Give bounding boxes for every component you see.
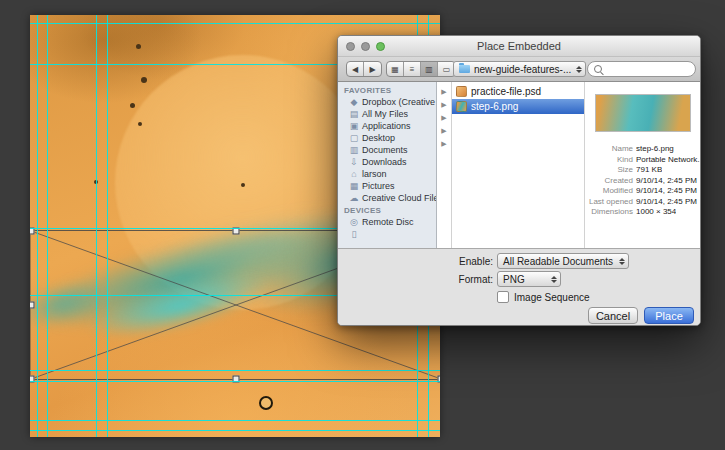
png-file-icon xyxy=(456,101,467,112)
sidebar-item-remote-disc[interactable]: ◎Remote Disc xyxy=(338,216,436,228)
sidebar-item-label: Remote Disc xyxy=(362,217,414,227)
folder-path-label: new-guide-features-... xyxy=(474,64,571,75)
sidebar-item-dropbox[interactable]: ◆Dropbox (Creative Cl... xyxy=(338,96,436,108)
enable-value: All Readable Documents xyxy=(503,256,613,267)
paint-spot xyxy=(141,77,147,83)
device-icon: ▯ xyxy=(349,229,359,239)
guide-horizontal[interactable] xyxy=(30,430,440,431)
sidebar-item-label: Documents xyxy=(362,145,408,155)
sidebar-item-documents[interactable]: ▥Documents xyxy=(338,144,436,156)
place-button[interactable]: Place xyxy=(644,307,694,324)
paint-spot xyxy=(241,183,245,187)
file-list-column: practice-file.psd step-6.png xyxy=(452,82,585,248)
transform-handle[interactable] xyxy=(30,302,35,309)
info-label: Modified xyxy=(585,186,636,197)
previous-column-strip: ▶ ▶ ▶ ▶ ▶ xyxy=(437,82,452,248)
desktop-icon: ▢ xyxy=(349,133,359,143)
icon-view-button[interactable]: ▦ xyxy=(387,62,404,76)
format-value: PNG xyxy=(503,274,525,285)
guide-horizontal[interactable] xyxy=(30,370,440,371)
favorites-header: FAVORITES xyxy=(338,84,436,96)
popup-arrows-icon xyxy=(614,258,625,265)
remote-disc-icon: ◎ xyxy=(349,217,359,227)
paint-spot xyxy=(136,44,141,49)
file-row-step-6[interactable]: step-6.png xyxy=(452,99,584,114)
enable-dropdown[interactable]: All Readable Documents xyxy=(497,253,629,269)
format-dropdown[interactable]: PNG xyxy=(497,271,561,287)
paint-spot xyxy=(138,122,142,126)
sidebar-item-label: Desktop xyxy=(362,133,395,143)
image-sequence-checkbox[interactable] xyxy=(497,291,509,303)
folder-icon xyxy=(459,65,470,73)
guide-horizontal[interactable] xyxy=(30,23,440,24)
sidebar-item-device[interactable]: ▯ xyxy=(338,228,436,240)
info-value: Portable Network... xyxy=(636,155,700,166)
devices-header: DEVICES xyxy=(338,204,436,216)
sidebar-item-label: Pictures xyxy=(362,181,395,191)
sidebar-item-home[interactable]: ⌂larson xyxy=(338,168,436,180)
dialog-toolbar: ◀ ▶ ▦ ≡ ▥ ▭ new-guide-features-... xyxy=(338,57,700,82)
guide-vertical[interactable] xyxy=(96,15,97,437)
sidebar-item-downloads[interactable]: ⇩Downloads xyxy=(338,156,436,168)
folder-path-dropdown[interactable]: new-guide-features-... xyxy=(453,61,586,77)
chevron-right-icon[interactable]: ▶ xyxy=(437,111,451,124)
cancel-button[interactable]: Cancel xyxy=(588,307,638,324)
enable-label: Enable: xyxy=(338,256,493,267)
guide-vertical[interactable] xyxy=(37,15,38,437)
paint-spot xyxy=(130,103,135,108)
guide-vertical[interactable] xyxy=(107,15,108,437)
place-embedded-dialog: Place Embedded ◀ ▶ ▦ ≡ ▥ ▭ new-guide-fea… xyxy=(337,35,701,326)
info-label: Name xyxy=(585,144,636,155)
chevron-right-icon[interactable]: ▶ xyxy=(437,85,451,98)
all-my-files-icon: ▤ xyxy=(349,109,359,119)
sidebar-item-label: Dropbox (Creative Cl... xyxy=(362,97,436,107)
sidebar-item-label: Downloads xyxy=(362,157,407,167)
file-name: step-6.png xyxy=(471,101,518,112)
applications-icon: ▣ xyxy=(349,121,359,131)
file-preview-thumbnail xyxy=(595,94,691,132)
chevron-right-icon[interactable]: ▶ xyxy=(437,124,451,137)
file-row-practice-file[interactable]: practice-file.psd xyxy=(452,84,584,99)
downloads-icon: ⇩ xyxy=(349,157,359,167)
column-view-button[interactable]: ▥ xyxy=(421,62,438,76)
sidebar-item-desktop[interactable]: ▢Desktop xyxy=(338,132,436,144)
options-panel: Enable: All Readable Documents Format: P… xyxy=(338,248,700,305)
info-label: Size xyxy=(585,165,636,176)
dialog-buttonbar: Cancel Place xyxy=(338,304,700,326)
guide-horizontal[interactable] xyxy=(30,381,440,382)
popup-arrows-icon xyxy=(546,276,557,283)
info-value: 9/10/14, 2:45 PM xyxy=(636,197,697,208)
chevron-right-icon[interactable]: ▶ xyxy=(437,98,451,111)
forward-button[interactable]: ▶ xyxy=(364,62,381,76)
popup-arrows-icon xyxy=(571,66,582,73)
guide-horizontal[interactable] xyxy=(30,420,440,421)
back-button[interactable]: ◀ xyxy=(347,62,364,76)
dialog-titlebar[interactable]: Place Embedded xyxy=(338,36,700,57)
psd-file-icon xyxy=(456,86,467,97)
file-browser: FAVORITES ◆Dropbox (Creative Cl... ▤All … xyxy=(338,82,700,248)
sidebar-item-pictures[interactable]: ▦Pictures xyxy=(338,180,436,192)
dropbox-icon: ◆ xyxy=(349,97,359,107)
info-value: 9/10/14, 2:45 PM xyxy=(636,176,697,187)
search-field[interactable] xyxy=(587,61,696,77)
list-view-button[interactable]: ≡ xyxy=(404,62,421,76)
format-label: Format: xyxy=(338,274,493,285)
view-mode-control: ▦ ≡ ▥ ▭ xyxy=(386,61,456,77)
guide-vertical[interactable] xyxy=(47,15,48,437)
sidebar-item-creative-cloud[interactable]: ☁Creative Cloud Files xyxy=(338,192,436,204)
info-label: Kind xyxy=(585,155,636,166)
file-name: practice-file.psd xyxy=(471,86,541,97)
info-label: Dimensions xyxy=(585,207,636,218)
documents-icon: ▥ xyxy=(349,145,359,155)
sidebar-item-label: All My Files xyxy=(362,109,408,119)
info-value: 1000 × 354 xyxy=(636,207,676,218)
search-icon xyxy=(594,65,602,73)
sidebar-item-applications[interactable]: ▣Applications xyxy=(338,120,436,132)
navigation-control: ◀ ▶ xyxy=(346,61,382,77)
sidebar-item-all-my-files[interactable]: ▤All My Files xyxy=(338,108,436,120)
info-value: 9/10/14, 2:45 PM xyxy=(636,186,697,197)
creative-cloud-icon: ☁ xyxy=(349,193,359,203)
info-label: Last opened xyxy=(585,197,636,208)
chevron-right-icon[interactable]: ▶ xyxy=(437,137,451,150)
sidebar-item-label: larson xyxy=(362,169,387,179)
